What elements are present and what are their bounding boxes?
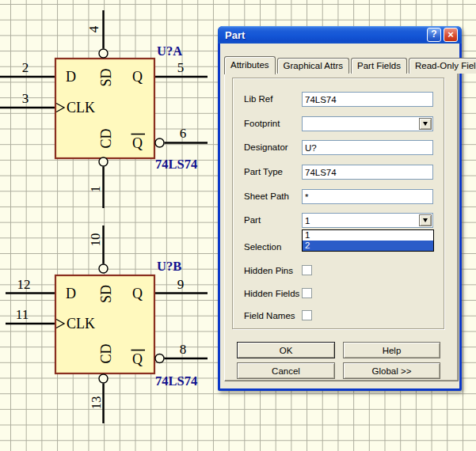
field-names-label: Field Names [244, 311, 295, 320]
pin-label-qbar: Q [132, 135, 143, 151]
tab-graphical-attrs[interactable]: Graphical Attrs [277, 58, 349, 74]
part-type-label[interactable]: 74LS74 [155, 157, 197, 172]
pin-label-d: D [66, 69, 76, 85]
pin-label-cd: CD [98, 128, 114, 148]
part-type-label[interactable]: 74LS74 [155, 373, 197, 388]
part-type-input[interactable] [302, 165, 433, 180]
ok-button[interactable]: OK [237, 342, 335, 358]
dialog-titlebar[interactable]: Part ? × [218, 26, 462, 44]
flipflop-u-b[interactable]: 12 11 9 8 10 13 D CLK Q Q SD CD U?B 74LS… [6, 226, 208, 423]
tab-bar: Attributes Graphical Attrs Part Fields R… [224, 56, 476, 74]
part-designator[interactable]: U?A [157, 44, 182, 59]
hidden-pins-checkbox[interactable] [302, 265, 312, 275]
inversion-bubble-qbar [155, 138, 164, 147]
footprint-input[interactable] [302, 116, 433, 131]
close-icon[interactable]: × [444, 28, 458, 42]
pin-number-q: 5 [177, 60, 185, 75]
lib-ref-label: Lib Ref [244, 94, 272, 104]
inversion-bubble-sd [99, 49, 108, 58]
selection-label: Selection [244, 242, 281, 252]
pin-number-clk: 11 [16, 307, 29, 322]
global-button[interactable]: Global >> [343, 362, 440, 379]
designator-input[interactable] [302, 140, 433, 155]
sheet-path-input[interactable] [302, 189, 433, 204]
pin-label-clk: CLK [67, 100, 95, 116]
pin-number-qbar: 6 [180, 126, 187, 141]
inversion-bubble-cd [99, 157, 108, 166]
pin-label-sd: SD [98, 68, 114, 86]
pin-number-d: 12 [17, 277, 31, 292]
pin-number-q: 9 [177, 277, 185, 292]
pin-label-q: Q [132, 69, 143, 85]
inversion-bubble-cd [99, 374, 108, 383]
footprint-dropdown-button[interactable] [419, 118, 432, 130]
dialog-client-area: Attributes Graphical Attrs Part Fields R… [220, 44, 459, 388]
lib-ref-input[interactable] [302, 92, 433, 107]
part-dropdown-button[interactable] [419, 214, 432, 226]
field-names-checkbox[interactable] [302, 310, 312, 320]
part-label: Part [244, 215, 261, 225]
tab-part-fields[interactable]: Part Fields [351, 58, 407, 74]
schematic-canvas[interactable]: { "schematic": { "colors": { "background… [0, 0, 476, 451]
hidden-fields-label: Hidden Fields [244, 289, 299, 298]
flipflop-u-a[interactable]: 2 3 5 6 4 1 D CLK Q Q SD CD U?A 74LS74 [0, 10, 208, 208]
part-option-2[interactable]: 2 [303, 241, 433, 251]
footprint-label: Footprint [244, 119, 280, 128]
part-input[interactable] [302, 213, 433, 228]
pin-number-d: 2 [22, 60, 29, 75]
pin-number-clk: 3 [22, 91, 29, 106]
part-dialog: Part ? × Attributes Graphical Attrs Part… [218, 26, 462, 391]
help-button[interactable]: Help [343, 342, 440, 358]
hidden-pins-label: Hidden Pins [244, 266, 293, 275]
designator-label: Designator [244, 142, 288, 152]
pin-label-q: Q [132, 286, 143, 301]
pin-label-cd: CD [98, 343, 114, 363]
pin-number-cd: 1 [88, 186, 103, 193]
part-option-1[interactable]: 1 [303, 230, 433, 241]
pin-label-qbar: Q [132, 351, 143, 367]
pin-number-qbar: 8 [180, 342, 187, 357]
help-icon[interactable]: ? [427, 28, 441, 42]
part-designator[interactable]: U?B [157, 259, 181, 274]
cancel-button[interactable]: Cancel [237, 362, 335, 379]
dialog-title: Part [225, 29, 425, 41]
pin-label-clk: CLK [67, 316, 95, 332]
pin-number-sd: 10 [88, 233, 103, 247]
part-dropdown-list: 1 2 [302, 229, 434, 252]
inversion-bubble-sd [99, 264, 108, 273]
part-type-label: Part Type [244, 167, 283, 176]
attributes-group-box: Lib Ref Footprint Designator Part Type S… [232, 78, 444, 329]
tab-read-only-fields[interactable]: Read-Only Fields [409, 58, 476, 74]
attributes-tab-page: Lib Ref Footprint Designator Part Type S… [224, 73, 459, 381]
pin-number-sd: 4 [86, 25, 101, 32]
chevron-down-icon [423, 122, 428, 126]
pin-label-d: D [66, 286, 76, 301]
inversion-bubble-qbar [155, 354, 164, 363]
pin-label-sd: SD [98, 285, 114, 303]
hidden-fields-checkbox[interactable] [302, 288, 312, 298]
sheet-path-label: Sheet Path [244, 191, 289, 201]
tab-attributes[interactable]: Attributes [224, 56, 276, 74]
chevron-down-icon [423, 218, 428, 222]
pin-number-cd: 13 [89, 396, 104, 410]
